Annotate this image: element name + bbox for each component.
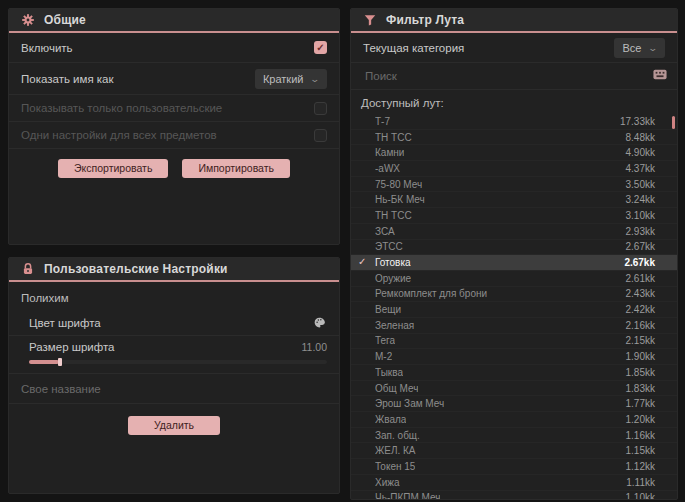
loot-list-item[interactable]: Чь-ПКПМ Меч1.10kk [351,491,677,501]
only-custom-row: Показывать только пользовательские [9,95,339,122]
loot-item-price: 1.77kk [626,398,655,409]
loot-item-price: 1.90kk [626,351,655,362]
loot-item-price: 1.10kk [626,492,655,500]
loot-list-item[interactable]: Камни4.90kk [351,145,677,161]
delete-button-wrap: Удалить [9,404,339,435]
available-loot-label: Доступный лут: [351,90,677,114]
display-name-row: Показать имя как Краткий ⌄ [9,63,339,95]
loot-list-item[interactable]: ✓Готовка2.67kk [351,255,677,271]
loot-item-price: 2.93kk [626,226,655,237]
search-row [351,63,677,90]
enable-row: Включить ✓ [9,33,339,63]
export-button[interactable]: Экспортировать [58,159,168,178]
loot-list-item[interactable]: Тега2.15kk [351,334,677,350]
loot-list-item[interactable]: ЗСА2.93kk [351,224,677,240]
loot-list-item[interactable]: Токен 151.12kk [351,459,677,475]
font-color-label: Цвет шрифта [29,317,101,329]
loot-list-item[interactable]: ТН ТСС8.48kk [351,130,677,146]
loot-list-item[interactable]: М-21.90kk [351,349,677,365]
loot-item-name: Камни [375,147,404,158]
keyboard-icon[interactable] [653,69,667,83]
loot-item-name: М-2 [375,351,392,362]
loot-item-price: 3.50kk [626,179,655,190]
loot-item-name: Хижа [375,477,400,488]
same-settings-checkbox[interactable] [314,129,327,142]
loot-item-price: 1.12kk [626,461,655,472]
category-row: Текущая категория Все ⌄ [351,33,677,63]
loot-list-item[interactable]: Тыква1.85kk [351,365,677,381]
chevron-down-icon: ⌄ [648,43,659,53]
loot-list-item[interactable]: ТН ТСС3.10kk [351,208,677,224]
loot-list-item[interactable]: Зеленая2.16kk [351,318,677,334]
loot-filter-panel-header: Фильтр Лута [351,9,677,33]
loot-list-item[interactable]: Эрош Зам Меч1.77kk [351,396,677,412]
lock-icon [21,262,35,276]
loot-item-name: Вещи [375,304,401,315]
user-settings-panel: Пользовательские Настройки Полихим Цвет … [8,257,340,494]
loot-item-name: -aWX [375,163,400,174]
same-settings-row: Одни настройки для всех предметов [9,122,339,149]
loot-item-price: 1.20kk [626,414,655,425]
loot-list-item[interactable]: Жвала1.20kk [351,412,677,428]
loot-item-name: ЗСА [375,226,395,237]
loot-item-name: Зеленая [375,320,414,331]
loot-list-item[interactable]: Хижа1.11kk [351,475,677,491]
loot-item-price: 3.24kk [626,194,655,205]
slider-fill [29,360,59,364]
loot-list-item[interactable]: Оружие2.61kk [351,271,677,287]
loot-item-price: 4.37kk [626,163,655,174]
general-panel: Общие Включить ✓ Показать имя как Кратки… [8,8,340,245]
font-size-row: Размер шрифта 11.00 [9,336,339,374]
loot-list-item[interactable]: Вещи2.42kk [351,302,677,318]
chevron-down-icon: ⌄ [310,74,321,84]
user-settings-panel-title: Пользовательские Настройки [44,262,228,276]
loot-list-item[interactable]: ЭТСС2.67kk [351,240,677,256]
loot-list-item[interactable]: -aWX4.37kk [351,161,677,177]
loot-list-item[interactable]: Общ Меч1.83kk [351,381,677,397]
loot-list-item[interactable]: Зап. общ.1.16kk [351,428,677,444]
loot-item-name: ЭТСС [375,241,403,252]
general-panel-header: Общие [9,9,339,33]
loot-list-item[interactable]: ЖЕЛ. КА1.15kk [351,443,677,459]
loot-item-name: Тега [375,335,395,346]
loot-item-name: ЖЕЛ. КА [375,445,416,456]
loot-item-price: 2.43kk [626,288,655,299]
enable-checkbox[interactable]: ✓ [314,41,327,54]
loot-filter-panel-title: Фильтр Лута [386,13,464,27]
font-size-slider[interactable] [29,358,327,366]
loot-list-item[interactable]: Нь-БК Меч3.24kk [351,192,677,208]
loot-item-price: 1.11kk [626,477,655,488]
font-size-value: 11.00 [302,341,328,353]
loot-item-name: Эрош Зам Меч [375,398,444,409]
display-name-dropdown[interactable]: Краткий ⌄ [255,69,327,89]
funnel-icon [363,13,377,27]
delete-button[interactable]: Удалить [128,416,220,435]
only-custom-checkbox[interactable] [314,102,327,115]
loot-list-item[interactable]: 75-80 Меч3.50kk [351,177,677,193]
loot-list-item[interactable]: Т-717.33kk [351,114,677,130]
enable-label: Включить [21,42,73,54]
loot-item-name: Чь-ПКПМ Меч [375,492,440,500]
palette-icon[interactable] [313,316,327,330]
loot-item-price: 2.15kk [626,335,655,346]
general-panel-title: Общие [44,13,86,27]
category-label: Текущая категория [363,42,464,54]
loot-item-name: Тыква [375,367,403,378]
category-dropdown[interactable]: Все ⌄ [614,38,665,58]
general-buttons-row: Экспортировать Импортировать [9,149,339,178]
loot-item-name: Готовка [375,257,411,268]
loot-item-name: Ремкомплект для брони [375,288,487,299]
gear-icon [21,13,35,27]
loot-item-price: 2.42kk [626,304,655,315]
only-custom-label: Показывать только пользовательские [21,102,222,114]
selected-item-name: Полихим [9,282,339,310]
slider-handle[interactable] [58,358,62,366]
loot-list-item[interactable]: Ремкомплект для брони2.43kk [351,287,677,303]
loot-item-name: Нь-БК Меч [375,194,425,205]
loot-item-name: Т-7 [375,116,390,127]
import-button[interactable]: Импортировать [182,159,290,178]
custom-name-input[interactable] [21,383,327,395]
search-input[interactable] [365,70,653,82]
slider-track [29,360,327,364]
loot-item-name: Зап. общ. [375,430,420,441]
